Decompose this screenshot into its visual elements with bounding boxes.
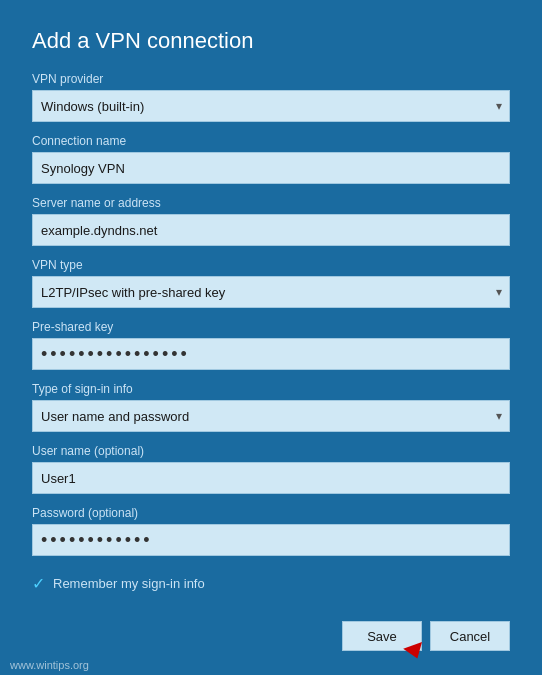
button-row: Save Cancel <box>32 621 510 651</box>
username-input[interactable] <box>32 462 510 494</box>
pre-shared-key-label: Pre-shared key <box>32 320 510 334</box>
vpn-type-select-wrapper[interactable]: L2TP/IPsec with pre-shared key ▾ <box>32 276 510 308</box>
pre-shared-key-input[interactable] <box>32 338 510 370</box>
checkmark-icon: ✓ <box>32 574 45 593</box>
sign-in-type-label: Type of sign-in info <box>32 382 510 396</box>
pre-shared-key-group: Pre-shared key <box>32 320 510 370</box>
vpn-provider-select-wrapper[interactable]: Windows (built-in) ▾ <box>32 90 510 122</box>
username-label: User name (optional) <box>32 444 510 458</box>
username-group: User name (optional) <box>32 444 510 494</box>
vpn-provider-group: VPN provider Windows (built-in) ▾ <box>32 72 510 122</box>
sign-in-type-select[interactable]: User name and password <box>32 400 510 432</box>
watermark: www.wintips.org <box>10 659 89 671</box>
vpn-provider-select[interactable]: Windows (built-in) <box>32 90 510 122</box>
password-label: Password (optional) <box>32 506 510 520</box>
cancel-button[interactable]: Cancel <box>430 621 510 651</box>
sign-in-type-group: Type of sign-in info User name and passw… <box>32 382 510 432</box>
vpn-type-select[interactable]: L2TP/IPsec with pre-shared key <box>32 276 510 308</box>
vpn-provider-label: VPN provider <box>32 72 510 86</box>
password-input[interactable] <box>32 524 510 556</box>
connection-name-input[interactable] <box>32 152 510 184</box>
password-group: Password (optional) <box>32 506 510 556</box>
server-name-input[interactable] <box>32 214 510 246</box>
remember-signin-label: Remember my sign-in info <box>53 576 205 591</box>
connection-name-label: Connection name <box>32 134 510 148</box>
connection-name-group: Connection name <box>32 134 510 184</box>
server-name-label: Server name or address <box>32 196 510 210</box>
sign-in-type-select-wrapper[interactable]: User name and password ▾ <box>32 400 510 432</box>
dialog-title: Add a VPN connection <box>32 28 510 54</box>
vpn-dialog: Add a VPN connection VPN provider Window… <box>0 0 542 675</box>
vpn-type-label: VPN type <box>32 258 510 272</box>
server-name-group: Server name or address <box>32 196 510 246</box>
remember-signin-row: ✓ Remember my sign-in info <box>32 574 510 593</box>
vpn-type-group: VPN type L2TP/IPsec with pre-shared key … <box>32 258 510 308</box>
